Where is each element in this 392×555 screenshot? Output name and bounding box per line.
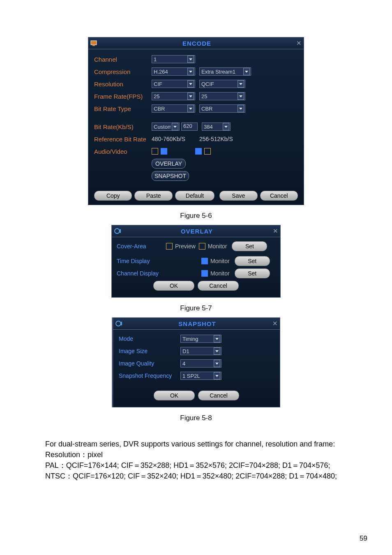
page-number: 59 <box>360 534 367 543</box>
overlay-title: OVERLAY <box>123 228 270 235</box>
image-size-label: Image Size <box>119 348 180 354</box>
figure-caption-1: Figure 5-6 <box>45 212 347 220</box>
overlay-titlebar: OVERLAY ✕ <box>112 225 280 237</box>
time-display-label: Time Display <box>117 258 166 264</box>
encode-dialog: ENCODE ✕ Channel 1 Compression H.264 Ext… <box>88 37 304 205</box>
svg-rect-0 <box>91 41 97 45</box>
paragraph-4: NTSC：QCIF=176×120; CIF＝352×240; HD1＝352×… <box>45 471 347 481</box>
resolution2-select[interactable]: QCIF <box>199 80 245 88</box>
save-button[interactable]: Save <box>219 191 257 201</box>
time-set-button[interactable]: Set <box>235 256 270 266</box>
svg-point-3 <box>116 321 121 326</box>
monitor-channel-label: Monitor <box>210 270 230 277</box>
snapshot-frequency-select[interactable]: 1 SP2L <box>180 372 221 380</box>
snapshot-titlebar: SNAPSHOT ✕ <box>113 318 280 330</box>
overlay-dialog: OVERLAY ✕ Cover-Area Preview Monitor Set… <box>111 225 281 298</box>
chevron-down-icon <box>214 335 220 342</box>
channel-display-label: Channel Display <box>117 270 166 277</box>
chevron-down-icon <box>187 68 194 75</box>
monitor-time-label: Monitor <box>210 258 230 264</box>
close-icon[interactable]: ✕ <box>270 227 280 235</box>
cancel-button[interactable]: Cancel <box>260 191 298 201</box>
bitrate-type2-select[interactable]: CBR <box>199 104 245 113</box>
chevron-down-icon <box>214 372 220 379</box>
fps2-select[interactable]: 25 <box>199 92 245 100</box>
resolution-select[interactable]: CIF <box>152 80 195 88</box>
fps-select[interactable]: 25 <box>152 92 195 100</box>
reference-bitrate-1: 480-760Kb/S <box>152 136 199 142</box>
snapshot-title: SNAPSHOT <box>125 320 270 327</box>
snapshot-cancel-button[interactable]: Cancel <box>198 391 239 400</box>
snapshot-frequency-label: Snapshot Frequency <box>119 372 180 379</box>
svg-point-2 <box>115 229 120 234</box>
close-icon[interactable]: ✕ <box>294 39 304 47</box>
copy-button[interactable]: Copy <box>94 191 132 201</box>
overlay-ok-button[interactable]: OK <box>153 281 194 291</box>
encode-app-icon <box>88 37 100 49</box>
close-icon[interactable]: ✕ <box>270 320 280 327</box>
paste-button[interactable]: Paste <box>134 191 172 201</box>
audio1-checkbox[interactable] <box>161 148 167 155</box>
extra-stream-select[interactable]: Extra Stream1 <box>199 67 251 76</box>
bitrate-type-label: Bit Rate Type <box>94 105 152 112</box>
compression-select[interactable]: H.264 <box>152 67 195 76</box>
chevron-down-icon <box>243 68 250 75</box>
image-size-select[interactable]: D1 <box>180 347 221 355</box>
svg-rect-1 <box>92 45 95 46</box>
paragraph-2: Resolution：pixel <box>45 449 347 460</box>
bitrate-type-select[interactable]: CBR <box>152 104 195 113</box>
encode-title: ENCODE <box>100 40 294 47</box>
monitor-time-checkbox[interactable] <box>201 258 208 264</box>
bitrate-mode-select[interactable]: Customi <box>152 123 180 131</box>
body-text: For dual-stream series, DVR supports var… <box>45 439 347 481</box>
snapshot-button[interactable]: SNAPSHOT <box>152 171 189 181</box>
preview-checkbox[interactable] <box>166 243 173 250</box>
chevron-down-icon <box>238 105 244 112</box>
mode-select[interactable]: Timing <box>180 335 221 343</box>
chevron-down-icon <box>187 105 194 112</box>
resolution-label: Resolution <box>94 81 152 88</box>
snapshot-ok-button[interactable]: OK <box>154 391 195 400</box>
monitor-cover-label: Monitor <box>208 243 227 250</box>
overlay-app-icon <box>112 225 123 237</box>
overlay-cancel-button[interactable]: Cancel <box>198 281 239 291</box>
audio-video-label: Audio/Video <box>94 148 152 155</box>
cover-set-button[interactable]: Set <box>232 241 267 251</box>
video1-checkbox[interactable] <box>152 148 158 155</box>
monitor-cover-checkbox[interactable] <box>199 243 205 250</box>
cover-area-label: Cover-Area <box>117 243 166 250</box>
preview-label: Preview <box>175 243 196 250</box>
channel-select[interactable]: 1 <box>152 55 195 63</box>
figure-caption-2: Figure 5-7 <box>45 304 347 312</box>
bitrate2-select[interactable]: 384 <box>202 123 231 131</box>
chevron-down-icon <box>172 123 178 130</box>
channel-label: Channel <box>94 56 152 63</box>
image-quality-label: Image Quality <box>119 360 180 367</box>
monitor-channel-checkbox[interactable] <box>201 270 208 277</box>
chevron-down-icon <box>238 92 244 100</box>
overlay-button[interactable]: OVERLAY <box>152 159 186 169</box>
chevron-down-icon <box>187 80 194 88</box>
chevron-down-icon <box>214 360 220 367</box>
reference-bitrate-label: Reference Bit Rate <box>94 136 152 143</box>
reference-bitrate-2: 256-512Kb/S <box>199 136 233 142</box>
chevron-down-icon <box>214 347 220 355</box>
channel-set-button[interactable]: Set <box>235 268 270 278</box>
snapshot-dialog: SNAPSHOT ✕ Mode Timing Image Size D1 Ima… <box>112 317 280 407</box>
default-button[interactable]: Default <box>175 191 214 201</box>
chevron-down-icon <box>187 56 194 63</box>
paragraph-1: For dual-stream series, DVR supports var… <box>45 439 347 449</box>
chevron-down-icon <box>187 92 194 100</box>
chevron-down-icon <box>238 80 244 88</box>
bitrate-custom-input[interactable]: 620 <box>181 123 198 131</box>
snapshot-app-icon <box>113 318 125 329</box>
chevron-down-icon <box>223 123 229 130</box>
compression-label: Compression <box>94 68 152 75</box>
audio2-checkbox[interactable] <box>204 148 211 155</box>
encode-titlebar: ENCODE ✕ <box>88 37 304 49</box>
video2-checkbox[interactable] <box>195 148 202 155</box>
fps-label: Frame Rate(FPS) <box>94 93 152 100</box>
bitrate-label: Bit Rate(Kb/S) <box>94 123 152 130</box>
image-quality-select[interactable]: 4 <box>180 359 221 368</box>
mode-label: Mode <box>119 335 180 342</box>
